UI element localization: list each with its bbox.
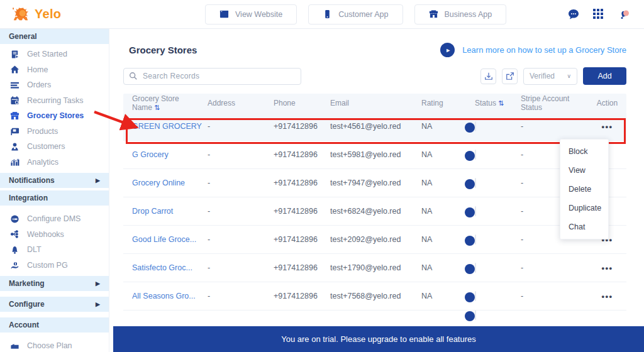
table-header-row: Grocery Store Name⇅ Address Phone Email …	[123, 94, 626, 113]
column-header-address: Address	[208, 99, 274, 107]
lion-logo-icon	[11, 6, 30, 23]
getting-started-icon	[10, 50, 19, 59]
sidebar-section-notifications[interactable]: Notifications ▶	[0, 173, 109, 188]
notifications-bell-icon[interactable]	[618, 8, 630, 21]
sidebar-section-account: Account	[0, 317, 109, 333]
sidebar-item-recurring-tasks[interactable]: Recurring Tasks	[0, 93, 109, 109]
store-name-link[interactable]: G Grocery	[132, 150, 169, 159]
business-app-button[interactable]: Business App	[414, 4, 507, 25]
sidebar-item-orders[interactable]: Orders	[0, 77, 109, 93]
status-toggle[interactable]	[475, 121, 476, 131]
table-row: Grocery Online - +917412896 test+7947@ye…	[123, 169, 626, 197]
sort-icon[interactable]: ⇅	[498, 99, 504, 107]
export-button[interactable]	[502, 69, 518, 84]
context-menu-item-delete[interactable]: Delete	[560, 180, 608, 199]
apps-grid-icon[interactable]	[592, 8, 605, 21]
table-row: Good Life Groce... - +917412896 test+209…	[123, 226, 626, 254]
support-chat-icon[interactable]	[567, 8, 580, 21]
more-actions-icon[interactable]: •••	[601, 292, 613, 301]
sidebar-item-custom-pg[interactable]: Custom PG	[0, 258, 109, 273]
column-header-phone: Phone	[274, 99, 330, 107]
sidebar-item-get-started[interactable]: Get Started	[0, 47, 109, 62]
sidebar-section-integration: Integration	[0, 190, 109, 206]
table-row: G Grocery - +917412896 test+5981@yelo.re…	[123, 141, 626, 169]
verified-filter-select[interactable]: Verified ∨	[523, 68, 577, 85]
status-toggle[interactable]	[475, 234, 476, 245]
sidebar-section-general: General	[0, 29, 109, 44]
column-header-name[interactable]: Grocery Store Name⇅	[123, 94, 208, 112]
sidebar-item-webhooks[interactable]: Webhooks	[0, 227, 109, 243]
sidebar-item-home[interactable]: Home	[0, 62, 109, 78]
store-name-link[interactable]: Drop Carrot	[132, 207, 173, 216]
search-input[interactable]	[123, 68, 301, 85]
disc-icon	[10, 214, 19, 224]
status-toggle[interactable]	[475, 311, 476, 320]
caret-right-icon: ▶	[96, 280, 100, 287]
store-icon	[10, 111, 19, 121]
bell-icon	[10, 245, 19, 255]
brand-name: Yelo	[35, 7, 61, 21]
sidebar-nav: General Get Started Home Orders Recurrin…	[0, 29, 109, 352]
add-store-button[interactable]: Add	[583, 67, 626, 85]
caret-right-icon: ▶	[96, 177, 100, 184]
brand-logo[interactable]: Yelo	[0, 6, 109, 23]
store-name-link[interactable]: Grocery Online	[132, 179, 185, 187]
column-header-email: Email	[330, 99, 421, 107]
sidebar-section-marketing[interactable]: Marketing ▶	[0, 276, 109, 291]
more-actions-icon[interactable]: •••	[601, 263, 613, 273]
external-link-icon	[506, 72, 514, 80]
store-name-link[interactable]: Good Life Groce...	[132, 235, 196, 244]
status-toggle[interactable]	[475, 178, 476, 188]
sort-icon[interactable]: ⇅	[154, 104, 160, 111]
context-menu-item-view[interactable]: View	[560, 161, 608, 180]
context-menu-item-duplicate[interactable]: Duplicate	[560, 199, 608, 217]
learn-more-link[interactable]: ► Learn more on how to set up a Grocery …	[440, 43, 626, 57]
store-name-link[interactable]: Satisfecto Groc...	[132, 263, 192, 272]
customer-app-button[interactable]: Customer App	[308, 4, 402, 25]
sidebar-item-analytics[interactable]: Analytics	[0, 155, 109, 170]
sidebar-item-grocery-stores[interactable]: Grocery Stores	[0, 108, 109, 124]
column-header-status[interactable]: Status⇅	[475, 99, 516, 107]
products-icon	[10, 126, 19, 136]
sidebar-item-dlt[interactable]: DLT	[0, 242, 109, 258]
caret-right-icon: ▶	[96, 301, 100, 307]
browser-icon	[219, 9, 229, 19]
store-name-link[interactable]: All Seasons Gro...	[132, 292, 196, 300]
status-toggle[interactable]	[475, 263, 476, 273]
briefcase-icon	[10, 341, 19, 351]
row-context-menu: Block View Delete Duplicate Chat	[560, 139, 609, 239]
context-menu-item-block[interactable]: Block	[560, 142, 608, 161]
home-icon	[10, 65, 19, 74]
context-menu-item-chat[interactable]: Chat	[560, 217, 608, 236]
orders-list-icon	[10, 80, 19, 90]
analytics-icon	[10, 157, 19, 167]
play-video-icon[interactable]: ►	[440, 43, 455, 57]
sidebar-item-customers[interactable]: Customers	[0, 139, 109, 155]
topbar-right-icons	[567, 8, 644, 21]
sidebar-item-choose-plan[interactable]: Choose Plan	[0, 338, 109, 352]
table-row: Drop Carrot - +917412896 test+6824@yelo.…	[123, 197, 626, 226]
sidebar-section-configure[interactable]: Configure ▶	[0, 297, 109, 312]
sidebar-item-configure-dms[interactable]: Configure DMS	[0, 211, 109, 227]
storefront-icon	[429, 9, 438, 19]
payment-icon	[10, 260, 19, 270]
column-header-action: Action	[588, 99, 626, 107]
view-website-button[interactable]: View Website	[205, 4, 297, 25]
customer-icon	[10, 142, 19, 151]
topbar-actions: View Website Customer App Business App	[205, 4, 506, 25]
mobile-icon	[323, 9, 332, 19]
webhook-icon	[10, 229, 19, 239]
sidebar-item-products[interactable]: Products	[0, 124, 109, 140]
table-row-partial	[123, 311, 626, 322]
import-download-icon	[484, 72, 493, 80]
grocery-stores-table: Grocery Store Name⇅ Address Phone Email …	[123, 94, 626, 322]
status-toggle[interactable]	[475, 291, 476, 301]
more-actions-icon[interactable]: •••	[601, 122, 613, 131]
import-button[interactable]	[480, 69, 496, 84]
status-toggle[interactable]	[475, 150, 476, 160]
store-name-link[interactable]: GREEN GROCERY	[132, 122, 202, 131]
calendar-icon	[10, 96, 19, 105]
trial-banner-text: You are on trial. Please upgrade to enab…	[281, 334, 476, 344]
status-toggle[interactable]	[475, 206, 476, 216]
top-bar: Yelo View Website Customer App Business …	[0, 0, 644, 29]
